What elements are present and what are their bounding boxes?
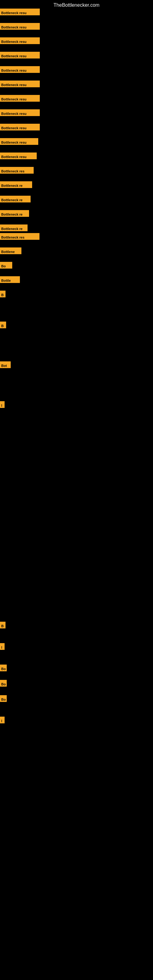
- bar-label: Bottleneck resu: [0, 23, 40, 30]
- bar-item: Bottleneck resu: [0, 81, 40, 87]
- bar-label: Bo: [0, 695, 7, 702]
- bar-label: Bottleneck resu: [0, 95, 40, 102]
- bar-label: l: [0, 717, 5, 723]
- bar-label: l: [0, 643, 5, 650]
- bar-label: Bottleneck resu: [0, 37, 40, 44]
- bar-label: Bo: [0, 665, 7, 671]
- bar-item: Bottleneck re: [0, 210, 29, 217]
- bar-label: Bottleneck resu: [0, 124, 40, 130]
- bar-item: B: [0, 622, 5, 628]
- bar-item: l: [0, 717, 5, 723]
- bar-item: Bottleneck resu: [0, 124, 40, 130]
- bar-label: Bottlene: [0, 247, 21, 254]
- bar-item: Bottleneck res: [0, 167, 33, 173]
- bar-label: Bottleneck resu: [0, 109, 40, 116]
- bar-label: Bottleneck resu: [0, 9, 40, 15]
- bar-label: Bottleneck resu: [0, 81, 40, 87]
- bar-item: Bottleneck resu: [0, 52, 40, 59]
- bar-item: Bottleneck resu: [0, 138, 38, 145]
- bar-item: Bo: [0, 665, 7, 671]
- bar-item: Bottleneck resu: [0, 153, 37, 159]
- bar-label: Bo: [0, 680, 7, 687]
- bar-item: Bottleneck resu: [0, 95, 40, 102]
- bar-item: Bottleneck res: [0, 233, 40, 240]
- bar-label: Bottleneck re: [0, 210, 29, 217]
- bar-label: Bottleneck resu: [0, 153, 37, 159]
- bar-item: Bottleneck resu: [0, 23, 40, 30]
- bar-label: B: [0, 321, 6, 328]
- bar-item: Bottleneck resu: [0, 109, 40, 116]
- bar-label: B: [0, 622, 5, 628]
- bar-item: Bottleneck re: [0, 196, 30, 202]
- bar-item: Bot: [0, 361, 11, 368]
- bar-item: l: [0, 401, 5, 408]
- bar-label: Bottleneck resu: [0, 138, 38, 145]
- bar-item: Bottle: [0, 276, 20, 283]
- bar-label: Bottleneck resu: [0, 52, 40, 59]
- bar-item: Bo: [0, 680, 7, 687]
- bar-label: Bo: [0, 262, 12, 269]
- bar-label: Bottleneck re: [0, 181, 32, 188]
- bar-item: Bo: [0, 262, 12, 269]
- bar-label: Bottleneck res: [0, 233, 40, 240]
- bar-item: B: [0, 321, 6, 328]
- bar-label: l: [0, 401, 5, 408]
- bar-item: Bo: [0, 695, 7, 702]
- bar-label: Bottleneck resu: [0, 66, 40, 73]
- bar-label: Bottleneck res: [0, 167, 33, 173]
- bar-item: Bottlene: [0, 247, 21, 254]
- bar-label: Bot: [0, 361, 11, 368]
- bar-item: Bottleneck resu: [0, 37, 40, 44]
- bar-item: Bottleneck resu: [0, 9, 40, 15]
- bar-item: l: [0, 643, 5, 650]
- bar-item: Bottleneck resu: [0, 66, 40, 73]
- bar-label: Bottleneck re: [0, 196, 30, 202]
- bar-label: B: [0, 291, 5, 298]
- bar-label: Bottleneck re: [0, 224, 27, 231]
- bar-label: Bottle: [0, 276, 20, 283]
- bar-item: Bottleneck re: [0, 181, 32, 188]
- bar-item: Bottleneck re: [0, 224, 27, 231]
- bar-item: B: [0, 291, 5, 298]
